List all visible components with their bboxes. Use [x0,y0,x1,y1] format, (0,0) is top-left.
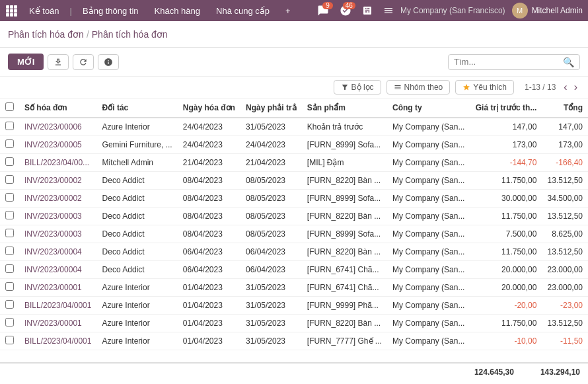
filter-button[interactable]: Bộ lọc [334,80,381,95]
activity-icon[interactable]: 46 [340,5,351,17]
row-checkbox[interactable] [5,211,14,219]
row-checkbox-cell[interactable] [0,208,19,225]
row-checkbox[interactable] [5,122,14,130]
cell-date: 08/04/2023 [178,190,240,208]
search-icon: 🔍 [563,57,574,67]
col-due: Ngày phải trả [240,98,302,118]
table-row[interactable]: INV/2023/00004 Deco Addict 06/04/2023 06… [0,261,588,279]
calculator-icon[interactable] [362,5,373,16]
cell-company: My Company (San... [387,118,470,136]
cell-date: 01/04/2023 [178,279,240,297]
next-page-button[interactable]: › [571,81,580,93]
row-checkbox-cell[interactable] [0,118,19,136]
row-checkbox-cell[interactable] [0,315,19,332]
row-checkbox-cell[interactable] [0,297,19,315]
row-checkbox-cell[interactable] [0,279,19,297]
cell-total: 23.000,00 [542,261,588,279]
new-button[interactable]: MỚI [8,54,44,70]
apps-icon[interactable] [5,5,17,17]
row-checkbox-cell[interactable] [0,154,19,172]
table-row[interactable]: INV/2023/00001 Azure Interior 01/04/2023… [0,315,588,332]
cell-product: [FURN_6741] Chã... [302,279,387,297]
col-invoice: Số hóa đơn [19,98,97,118]
cell-total: 13.512,50 [542,243,588,261]
row-checkbox[interactable] [5,318,14,326]
table-row[interactable]: BILL/2023/04/0001 Azure Interior 01/04/2… [0,332,588,350]
cell-invoice: INV/2023/00002 [19,190,97,208]
row-checkbox-cell[interactable] [0,190,19,208]
row-checkbox[interactable] [5,282,14,291]
refresh-button[interactable] [73,54,94,70]
top-navigation: Kế toán | Bảng thông tin Khách hàng Nhà … [0,0,588,21]
table-row[interactable]: BILL/2023/04/0001 Azure Interior 01/04/2… [0,297,588,315]
row-checkbox[interactable] [5,175,14,184]
cell-pretax: -10,00 [470,332,542,350]
breadcrumb-parent[interactable]: Phân tích hóa đơn [8,29,84,40]
filter-label: Bộ lọc [351,83,374,92]
row-checkbox[interactable] [5,264,14,273]
prev-page-button[interactable]: ‹ [561,81,570,93]
group-by-button[interactable]: Nhóm theo [386,80,451,95]
nav-plus[interactable]: + [279,3,297,19]
favorites-button[interactable]: Yêu thích [455,80,514,95]
cell-date: 08/04/2023 [178,208,240,225]
table-row[interactable]: INV/2023/00006 Azure Interior 24/04/2023… [0,118,588,136]
row-checkbox[interactable] [5,229,14,237]
search-input[interactable] [454,57,563,67]
cell-pretax: 30.000,00 [470,190,542,208]
user-menu[interactable]: M Mitchell Admin [512,3,583,19]
row-checkbox-cell[interactable] [0,136,19,154]
cell-product: [FURN_8220] Bàn ... [302,243,387,261]
nav-accounting[interactable]: Kế toán [22,3,66,19]
select-all-checkbox[interactable] [5,102,14,111]
cell-total: 34.500,00 [542,190,588,208]
cell-partner: Deco Addict [97,261,178,279]
search-box[interactable]: 🔍 [448,54,580,70]
cell-partner: Mitchell Admin [97,154,178,172]
cell-company: My Company (San... [387,279,470,297]
cell-company: My Company (San... [387,154,470,172]
cell-product: [FURN_7777] Ghế ... [302,332,387,350]
cell-date: 08/04/2023 [178,225,240,243]
col-pretax: Giá trị trước th... [470,98,542,118]
row-checkbox[interactable] [5,193,14,202]
cell-company: My Company (San... [387,243,470,261]
svg-rect-3 [6,9,9,13]
chat-icon[interactable]: 9 [317,5,329,17]
table-row[interactable]: INV/2023/00003 Deco Addict 08/04/2023 08… [0,208,588,225]
nav-vendors[interactable]: Nhà cung cấp [209,3,276,19]
nav-customers[interactable]: Khách hàng [148,3,207,19]
select-all-col[interactable] [0,98,19,118]
table-row[interactable]: INV/2023/00002 Deco Addict 08/04/2023 08… [0,190,588,208]
cell-date: 01/04/2023 [178,297,240,315]
table-row[interactable]: BILL/2023/04/00... Mitchell Admin 21/04/… [0,154,588,172]
table-row[interactable]: INV/2023/00002 Deco Addict 08/04/2023 08… [0,172,588,190]
row-checkbox-cell[interactable] [0,261,19,279]
row-checkbox-cell[interactable] [0,332,19,350]
row-checkbox[interactable] [5,139,14,148]
row-checkbox[interactable] [5,336,14,344]
cell-total: 173,00 [542,136,588,154]
cell-company: My Company (San... [387,297,470,315]
row-checkbox[interactable] [5,300,14,309]
table-row[interactable]: INV/2023/00003 Deco Addict 08/04/2023 08… [0,225,588,243]
row-checkbox-cell[interactable] [0,243,19,261]
info-button[interactable] [98,54,119,70]
cell-product: [FURN_8220] Bàn ... [302,172,387,190]
row-checkbox-cell[interactable] [0,225,19,243]
table-row[interactable]: INV/2023/00001 Azure Interior 01/04/2023… [0,279,588,297]
settings-icon[interactable] [383,5,394,16]
cell-date: 24/04/2023 [178,118,240,136]
table-row[interactable]: INV/2023/00005 Gemini Furniture, ... 24/… [0,136,588,154]
download-button[interactable] [48,54,69,70]
table-container: Số hóa đơn Đối tác Ngày hóa đơn Ngày phả… [0,98,588,362]
cell-partner: Deco Addict [97,190,178,208]
table-row[interactable]: INV/2023/00004 Deco Addict 06/04/2023 06… [0,243,588,261]
row-checkbox[interactable] [5,157,14,166]
nav-dashboard[interactable]: Bảng thông tin [76,3,145,19]
group-by-label: Nhóm theo [404,83,443,92]
row-checkbox[interactable] [5,247,14,255]
footer-grand-total: 143.294,10 [540,367,580,377]
row-checkbox-cell[interactable] [0,172,19,190]
cell-company: My Company (San... [387,172,470,190]
